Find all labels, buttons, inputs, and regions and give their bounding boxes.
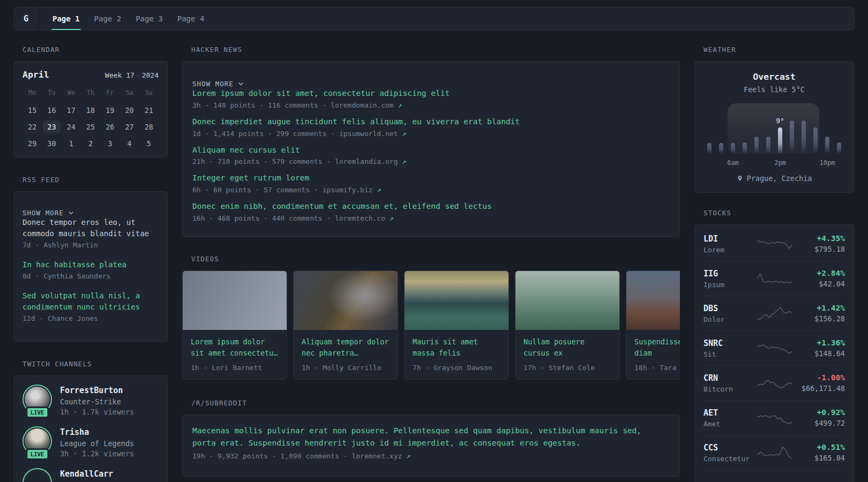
stock-row[interactable]: SNRC Sit +1.36% $148.64 — [704, 330, 845, 365]
twitch-channel-row[interactable]: LIVE ForrestBurton Counter-Strike 1h · 1… — [23, 385, 159, 416]
stock-values: +1.42% $156.28 — [793, 304, 845, 323]
video-card[interactable]: Aliquam tempor dolor nec pharetra… 1h · … — [293, 270, 398, 380]
weather-bar — [825, 137, 829, 154]
hacker-news-item-title[interactable]: Lorem ipsum dolor sit amet, consectetur … — [192, 88, 670, 100]
hacker-news-item-title[interactable]: Aliquam nec cursus elit — [192, 145, 670, 156]
avatar — [23, 468, 52, 482]
stock-sparkline-wrap — [757, 236, 793, 252]
page-tabs: Page 1Page 2Page 3Page 4 — [39, 7, 218, 30]
twitch-channel-category: Counter-Strike — [60, 397, 134, 406]
video-meta: 7h · Grayson Dawson — [413, 364, 500, 372]
stock-row[interactable]: DBS Dolor +1.42% $156.28 — [704, 296, 845, 330]
stock-percent-change: +0.51% — [793, 443, 845, 451]
twitch-widget: LIVE ForrestBurton Counter-Strike 1h · 1… — [13, 375, 168, 482]
video-card-body: Mauris sit amet massa felis 7h · Grayson… — [405, 330, 508, 379]
calendar-weekday-row: MoTuWeThFrSaSu — [23, 89, 159, 102]
stock-row[interactable]: CRN Bitcorn -1.00% $66,171.48 — [704, 365, 845, 400]
rss-item-title[interactable]: Donec tempor eros leo, ut commodo mauris… — [23, 217, 159, 239]
stock-price: $499.72 — [793, 419, 845, 427]
stock-row[interactable]: IIG Ipsum +2.84% $42.04 — [704, 261, 845, 296]
video-thumbnail — [183, 271, 287, 330]
calendar-year: 2024 — [142, 71, 159, 79]
twitch-channel-name: KendallCarr — [60, 468, 113, 479]
calendar-day-grid: 15 16 17 18 19 20 21 — [23, 102, 159, 152]
stock-name: Amet — [704, 420, 757, 428]
hacker-news-item-title[interactable]: Integer eget rutrum lorem — [192, 172, 670, 184]
stocks-section-label: STOCKS — [704, 209, 854, 217]
video-card[interactable]: Suspendisse diam 18h · Tara — [626, 270, 680, 380]
avatar-ring — [23, 468, 52, 482]
calendar-day: 23 — [42, 118, 61, 135]
rss-item: Donec tempor eros leo, ut commodo mauris… — [23, 217, 159, 249]
stock-row[interactable]: AHS +0.46% — [704, 470, 845, 482]
page-tab[interactable]: Page 1 — [53, 7, 80, 30]
stock-sparkline — [757, 410, 793, 426]
stock-info: SNRC Sit — [704, 338, 757, 358]
calendar-day: 19 — [100, 102, 119, 118]
rss-item-meta: 8d · Cynthia Saunders — [23, 272, 159, 280]
calendar-day: 2 — [81, 135, 100, 152]
calendar-weekday: Th — [81, 89, 100, 102]
stock-ticker: DBS — [704, 304, 757, 313]
video-title: Suspendisse diam — [634, 336, 680, 359]
video-card[interactable]: Mauris sit amet massa felis 7h · Grayson… — [404, 270, 509, 380]
stock-values: +0.92% $499.72 — [793, 408, 845, 427]
calendar-day: 1 — [62, 135, 81, 152]
stock-name: Bitcorn — [704, 385, 757, 393]
stock-percent-change: +0.92% — [793, 408, 845, 417]
twitch-channel-row[interactable]: LIVE Trisha League of Legends 3h · 1.2k … — [23, 426, 159, 458]
twitch-channel-info: KendallCarr — [60, 468, 113, 482]
page-tab[interactable]: Page 4 — [177, 7, 205, 30]
weather-bar-cell — [751, 103, 762, 167]
twitch-channel-row[interactable]: KendallCarr — [23, 468, 159, 482]
weather-hour-slot: 6am — [731, 154, 735, 167]
calendar-header: April Week 17·2024 — [23, 70, 159, 80]
calendar-day: 30 — [42, 135, 61, 152]
video-card[interactable]: Nullam posuere cursus ex 17h · Stefan Co… — [515, 270, 620, 380]
avatar: LIVE — [23, 385, 52, 414]
stock-values: +0.51% $165.84 — [793, 443, 845, 462]
rss-show-more-button[interactable]: SHOW MORE — [23, 209, 159, 217]
stock-sparkline-wrap — [757, 375, 793, 391]
hacker-news-item: Donec enim nibh, condimentum et accumsan… — [192, 201, 670, 222]
subreddit-post-title[interactable]: Maecenas mollis pulvinar erat non posuer… — [192, 425, 670, 449]
page-tab[interactable]: Page 2 — [94, 7, 122, 30]
calendar-weekday: Tu — [42, 89, 61, 102]
rss-item-title[interactable]: In hac habitasse platea — [23, 259, 159, 270]
stock-info: IIG Ipsum — [704, 269, 757, 289]
hacker-news-item-title[interactable]: Donec imperdiet augue tincidunt felis al… — [192, 116, 670, 128]
stock-sparkline-wrap — [757, 340, 793, 356]
weather-hour-slot — [802, 154, 806, 167]
calendar-day: 17 — [62, 102, 81, 118]
stock-price: $66,171.48 — [793, 384, 845, 393]
external-link-icon: ↗ — [402, 157, 406, 165]
rss-item-title[interactable]: Sed volutpat nulla nisl, a condimentum n… — [23, 290, 159, 313]
calendar-month: April — [23, 70, 49, 80]
external-link-icon: ↗ — [402, 130, 406, 138]
weather-bar — [766, 137, 770, 154]
stock-row[interactable]: LDI Lorem +4.35% $795.18 — [704, 226, 845, 261]
dashboard-grid: CALENDAR April Week 17·2024 MoTuWeThFrSa… — [13, 46, 855, 482]
weather-hour-slot — [754, 154, 759, 167]
video-card-body: Aliquam tempor dolor nec pharetra… 1h · … — [294, 330, 398, 379]
weather-bar-cell — [762, 103, 774, 167]
stock-percent-change: +1.36% — [793, 338, 845, 347]
hacker-news-show-more-button[interactable]: SHOW MORE — [192, 80, 670, 88]
hacker-news-item-title[interactable]: Donec enim nibh, condimentum et accumsan… — [192, 201, 670, 213]
video-thumbnail — [294, 271, 398, 330]
weather-temp-label: 9° — [776, 117, 784, 125]
avatar: LIVE — [23, 426, 52, 456]
stock-ticker: LDI — [704, 234, 757, 244]
video-thumbnail — [405, 271, 508, 330]
stock-row[interactable]: AET Amet +0.92% $499.72 — [704, 400, 845, 435]
weather-bar-cell — [798, 103, 810, 167]
hacker-news-item-meta: 16h · 468 points · 440 comments · loremt… — [192, 214, 670, 222]
stock-row[interactable]: CCS Consectetur +0.51% $165.84 — [704, 435, 845, 470]
separator-dot: · — [136, 71, 140, 79]
twitch-channel-category: League of Legends — [60, 439, 134, 448]
video-card[interactable]: Lorem ipsum dolor sit amet consectetu… 1… — [182, 270, 287, 380]
twitch-channel-info: Trisha League of Legends 3h · 1.2k viewe… — [60, 426, 134, 458]
stock-price: $795.18 — [793, 245, 845, 253]
stock-sparkline — [757, 375, 793, 391]
page-tab[interactable]: Page 3 — [136, 7, 163, 30]
